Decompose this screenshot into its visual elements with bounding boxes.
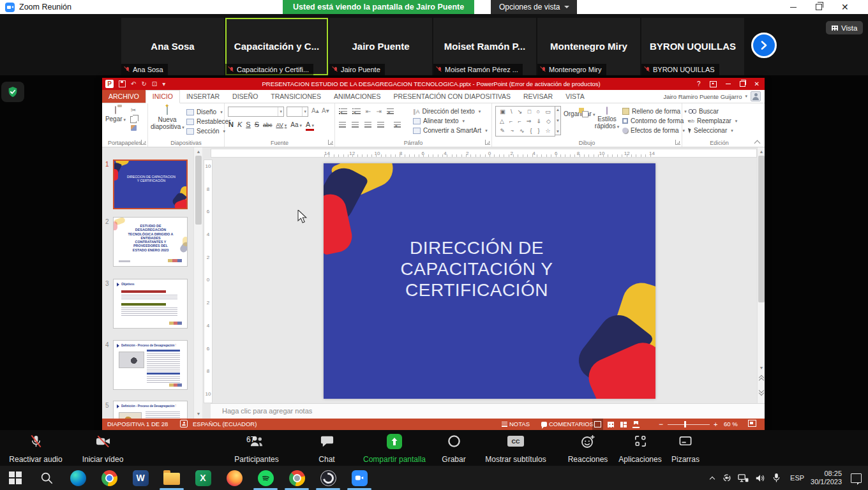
reading-view-button[interactable] xyxy=(618,419,629,430)
grow-font-icon[interactable]: A▴ xyxy=(311,107,319,114)
font-dialog-launcher[interactable] xyxy=(328,140,333,145)
font-color-button[interactable]: A xyxy=(306,121,314,131)
taskbar-obs[interactable] xyxy=(313,466,343,490)
start-button[interactable] xyxy=(0,466,31,490)
tab-insertar[interactable]: INSERTAR xyxy=(180,90,226,103)
clear-formatting-button[interactable]: abc xyxy=(263,122,273,128)
start-video-button[interactable]: Iniciar vídeo xyxy=(74,434,131,463)
thumbnail-scrollbar[interactable]: ▲ ▼ xyxy=(193,147,202,419)
paragraph-dialog-launcher[interactable] xyxy=(485,140,490,145)
tab-diseno[interactable]: DISEÑO xyxy=(226,90,264,103)
taskbar-excel[interactable]: X xyxy=(188,466,218,490)
shrink-font-icon[interactable]: A▾ xyxy=(322,107,329,114)
normal-view-button[interactable] xyxy=(592,419,603,430)
undo-icon[interactable]: ↶ xyxy=(131,78,136,90)
notes-toggle[interactable]: NOTAS xyxy=(502,419,530,430)
apps-button[interactable]: Aplicaciones xyxy=(611,434,669,463)
justify-icon[interactable] xyxy=(377,122,384,128)
taskbar-chrome-profile[interactable] xyxy=(281,466,312,490)
participant-tile-jairo-puente[interactable]: Jairo Puente Jairo Puente xyxy=(329,18,432,75)
drawing-dialog-launcher[interactable] xyxy=(675,140,680,145)
zoom-out-button[interactable]: − xyxy=(659,419,663,430)
taskbar-clock[interactable]: 08:25 30/1/2023 xyxy=(811,470,842,486)
select-button[interactable]: Seleccionar xyxy=(689,126,737,135)
thumbnail-slide-1[interactable]: DIRECCIÓN DE CAPACITACIÓN Y CERTIFICACIÓ… xyxy=(113,160,188,209)
tab-archivo[interactable]: ARCHIVO xyxy=(102,90,146,103)
network-icon[interactable] xyxy=(738,473,749,484)
align-left-icon[interactable] xyxy=(339,122,346,128)
scrollbar-thumb[interactable] xyxy=(758,156,765,302)
shapes-gallery[interactable]: ▣\↘□○▭ △⌐⌐⇒⇓◇ ✎~∿{}☆ xyxy=(495,106,555,137)
copy-icon[interactable] xyxy=(130,116,137,123)
save-icon[interactable] xyxy=(119,80,126,87)
view-options-button[interactable]: Opciones de vista xyxy=(491,0,577,14)
find-button[interactable]: Buscar xyxy=(689,107,737,116)
tab-inicio[interactable]: INICIO xyxy=(146,90,180,103)
reactions-button[interactable]: Reacciones xyxy=(564,434,611,463)
align-right-icon[interactable] xyxy=(364,122,371,128)
underline-button[interactable]: S xyxy=(246,121,250,128)
tab-animaciones[interactable]: ANIMACIONES xyxy=(327,90,387,103)
scrollbar-thumb[interactable] xyxy=(195,156,202,225)
thumbnail-slide-3[interactable]: Objetivos xyxy=(113,279,188,329)
taskbar-word[interactable]: W xyxy=(125,466,156,490)
tab-vista[interactable]: VISTA xyxy=(559,90,591,103)
input-language[interactable]: ESP xyxy=(790,474,804,482)
replace-button[interactable]: abReemplazar xyxy=(689,116,737,126)
taskbar-chrome[interactable] xyxy=(94,466,124,490)
strikethrough-button[interactable]: S xyxy=(255,121,259,128)
decrease-indent-icon[interactable]: ⇤ xyxy=(366,108,371,115)
unmute-button[interactable]: Reactivar audio xyxy=(6,434,65,463)
taskbar-firefox[interactable] xyxy=(219,466,250,490)
italic-button[interactable]: K xyxy=(237,121,242,128)
participant-tile-byron[interactable]: BYRON UQUILLAS BYRON UQUILLAS xyxy=(641,18,744,75)
font-name-combo[interactable] xyxy=(228,107,284,117)
increase-indent-icon[interactable]: ⇥ xyxy=(376,108,381,115)
zoom-slider-track[interactable] xyxy=(668,424,710,426)
volume-icon[interactable] xyxy=(754,473,765,484)
taskbar-edge[interactable] xyxy=(63,466,93,490)
participant-tile-montenegro[interactable]: Montenegro Miry Montenegro Miry xyxy=(537,18,640,75)
scroll-up-icon[interactable]: ▲ xyxy=(195,148,202,155)
arrange-button[interactable]: Organizar xyxy=(564,108,594,117)
align-text-button[interactable]: Alinear texto xyxy=(413,116,488,126)
next-participants-button[interactable] xyxy=(751,33,777,58)
format-painter-icon[interactable] xyxy=(131,125,137,131)
redo-icon[interactable]: ↻ xyxy=(141,78,146,90)
tab-revisar[interactable]: REVISAR xyxy=(517,90,559,103)
align-center-icon[interactable] xyxy=(352,122,359,128)
next-slide-icon[interactable] xyxy=(759,389,764,394)
font-size-combo[interactable] xyxy=(287,107,308,117)
bullets-icon[interactable] xyxy=(339,108,347,114)
participant-tile-moiset-ramon[interactable]: Moiset Ramón P... Moiset Ramón Pérez ... xyxy=(433,18,536,75)
fit-to-window-button[interactable] xyxy=(748,419,756,430)
participant-tile-capacitacion[interactable]: Capacitación y C... Capacitación y Certi… xyxy=(225,18,328,75)
thumbnail-slide-5[interactable]: Definición - Proceso de Desagregación Te… xyxy=(113,401,188,419)
scroll-up-icon[interactable]: ▲ xyxy=(758,148,765,155)
screen-record-icon[interactable] xyxy=(721,473,732,484)
taskbar-file-explorer[interactable] xyxy=(156,466,187,490)
chat-button[interactable]: Chat xyxy=(308,434,346,463)
slideshow-view-button[interactable] xyxy=(631,419,641,430)
bold-button[interactable]: N xyxy=(228,121,234,128)
thumbnail-slide-4[interactable]: Definición - Proceso de Desagregación Te… xyxy=(113,340,188,390)
cut-icon[interactable]: ✂ xyxy=(131,106,136,114)
participant-tile-ana-sosa[interactable]: Ana Sosa Ana Sosa xyxy=(121,18,224,75)
change-case-button[interactable]: Aa xyxy=(290,121,302,128)
scroll-down-icon[interactable]: ▼ xyxy=(195,410,202,417)
section-button[interactable]: Sección xyxy=(186,126,230,136)
restore-icon[interactable] xyxy=(816,4,822,10)
tab-transiciones[interactable]: TRANSICIONES xyxy=(264,90,327,103)
shape-outline-button[interactable]: Contorno de forma xyxy=(622,116,690,126)
line-spacing-icon[interactable] xyxy=(387,108,394,114)
start-presentation-icon[interactable]: ⊡ xyxy=(152,78,157,90)
ppt-restore-icon[interactable] xyxy=(740,81,745,87)
participants-button[interactable]: 67 Participantes xyxy=(225,434,288,463)
slide-canvas[interactable]: DIRECCIÓN DE CAPACITACIÓN Y CERTIFICACIÓ… xyxy=(324,163,655,399)
ribbon-display-options-icon[interactable] xyxy=(710,81,717,87)
slide-sorter-view-button[interactable] xyxy=(605,419,616,430)
ppt-close-icon[interactable]: ✕ xyxy=(754,80,760,87)
accessibility-button[interactable] xyxy=(180,419,188,430)
reset-button[interactable]: Restablecer xyxy=(186,117,230,126)
thumbnail-slide-2[interactable]: ESTUDIO DE DESAGREGACIÓN TECNOLÓGICA DIR… xyxy=(113,217,188,267)
